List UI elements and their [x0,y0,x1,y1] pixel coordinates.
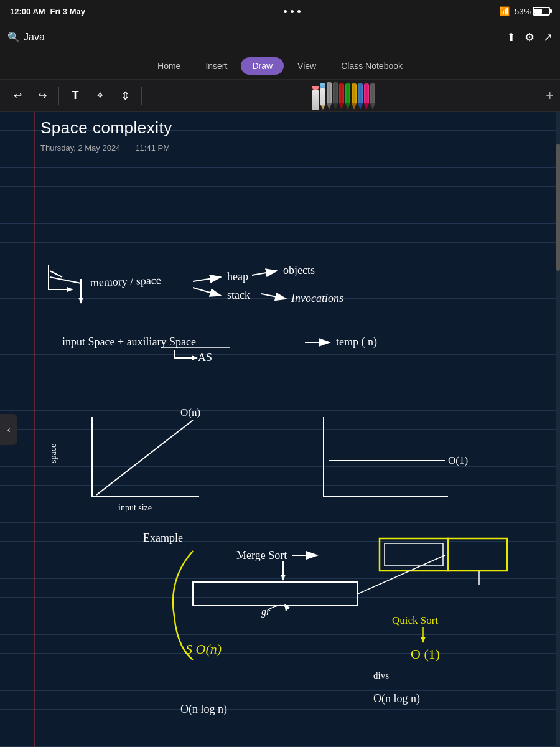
pen-eraser-body [312,90,319,110]
pen-pink-body [364,83,369,103]
pen-yellow-body [352,83,357,103]
svg-marker-35 [281,575,286,581]
pen-darkgray-body [370,83,375,103]
svg-text:memory / space: memory / space [90,274,161,289]
svg-text:Merge Sort: Merge Sort [236,549,287,561]
pen-pink-tip [364,103,369,110]
svg-rect-36 [193,582,358,606]
pen-green[interactable] [345,83,350,110]
svg-line-20 [96,420,193,495]
svg-line-9 [261,294,286,299]
pen-darkgray[interactable] [370,83,375,110]
pen-gray-tip [327,103,332,110]
svg-line-3 [193,277,221,281]
svg-text:heap: heap [227,270,248,283]
time-display: 12:00 AM [10,7,45,16]
pen-darkgray-tip [370,103,375,110]
svg-line-5 [252,271,277,275]
pen-pink[interactable] [364,83,369,110]
search-icon: 🔍 [7,31,20,43]
svg-text:S O(n): S O(n) [185,641,222,657]
lasso-tool-button[interactable]: ⌖ [89,85,111,107]
pen-pencil-cap [320,83,325,88]
chevron-left-icon: ‹ [7,425,11,435]
pen-pencil-body [320,88,325,105]
pen-dark-tip [333,103,338,110]
svg-text:input size: input size [118,503,152,512]
svg-line-37 [358,555,445,594]
app-toolbar: 🔍 Java ⬆ ⚙ ↗ [0,22,560,52]
drawing-tools-bar: ↩ ↪ T ⌖ ⇕ [0,80,560,112]
battery-icon [533,7,550,16]
tab-class-notebook[interactable]: Class Notebook [330,57,414,75]
status-right: 📶 53% [499,6,550,16]
svg-rect-32 [448,538,507,571]
svg-marker-11 [67,287,73,292]
undo-button[interactable]: ↩ [6,85,29,107]
svg-text:divs: divs [373,670,389,680]
status-center-dots [284,10,301,13]
redo-button[interactable]: ↪ [31,85,54,107]
handwriting-canvas: memory / space heap objects stack Invoca… [0,112,560,747]
status-bar: 12:00 AM Fri 3 May 📶 53% [0,0,560,22]
pen-pencil-a[interactable] [320,83,325,110]
pen-blue-tip [358,103,363,110]
expand-icon[interactable]: ↗ [543,31,553,44]
pen-eraser[interactable] [312,86,319,110]
tab-home[interactable]: Home [146,57,192,75]
pen-dark-body [333,82,338,103]
pen-green-body [345,83,350,103]
share-icon[interactable]: ⬆ [506,31,516,44]
pen-yellow-tip [352,103,357,110]
status-time-date: 12:00 AM Fri 3 May [10,7,85,16]
dot-1 [284,10,287,13]
wifi-icon: 📶 [499,6,510,16]
svg-text:objects: objects [283,264,315,276]
dot-3 [297,10,301,13]
pen-red-body [339,83,344,103]
battery-fill [534,9,542,14]
dot-2 [291,10,294,13]
pen-blue[interactable] [358,83,363,110]
svg-text:AS: AS [198,351,212,364]
svg-text:temp ( n): temp ( n) [336,336,377,349]
tab-insert[interactable]: Insert [194,57,238,75]
svg-line-7 [193,288,221,296]
svg-text:Invocations: Invocations [291,292,343,304]
search-area[interactable]: 🔍 Java [7,31,502,43]
svg-marker-43 [421,637,426,643]
tab-draw[interactable]: Draw [241,57,284,75]
svg-marker-1 [78,298,83,304]
svg-text:gr: gr [261,606,271,618]
search-query: Java [24,32,45,43]
add-pen-button[interactable]: + [546,88,554,104]
svg-text:input  Space +  auxiliary  Spa: input Space + auxiliary Space [62,336,196,348]
svg-text:Quick Sort: Quick Sort [392,614,438,626]
settings-icon[interactable]: ⚙ [525,31,534,44]
pen-palette [147,82,541,110]
pen-green-tip [345,103,350,110]
svg-marker-50 [284,604,290,611]
pen-gray-stylus[interactable] [327,82,332,110]
text-tool-button[interactable]: T [64,85,86,107]
pen-blue-body [358,83,363,103]
pen-dark-stylus[interactable] [333,82,338,110]
pen-red-tip [339,103,344,110]
pen-eraser-tip [312,86,319,90]
pen-yellow[interactable] [352,83,357,110]
svg-text:space: space [49,444,58,463]
svg-text:O(1): O(1) [448,454,468,466]
sidebar-toggle-button[interactable]: ‹ [0,414,17,445]
pen-pencil-tip [320,105,325,110]
svg-text:O (1): O (1) [411,646,440,662]
move-tool-button[interactable]: ⇕ [114,85,136,107]
pen-red[interactable] [339,83,344,110]
battery-container: 53% [515,7,550,16]
svg-text:O(n log n): O(n log n) [373,692,420,705]
svg-text:stack: stack [227,289,250,301]
svg-text:O(n log n): O(n log n) [180,703,227,716]
svg-rect-33 [385,543,443,566]
date-display: Fri 3 May [50,7,85,16]
tab-view[interactable]: View [286,57,327,75]
notebook-content[interactable]: ‹ Space complexity Thursday, 2 May 2024 … [0,112,560,747]
